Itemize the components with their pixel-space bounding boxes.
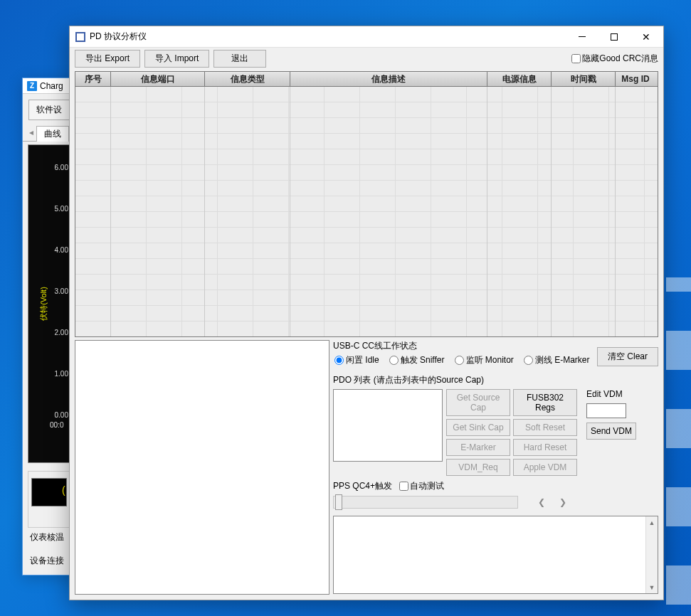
bg-tab-prev-icon[interactable]: ◂ <box>26 126 36 141</box>
get-sink-cap-button[interactable]: Get Sink Cap <box>446 419 510 436</box>
pdo-buttons: Get Source Cap FUSB302 Regs Get Sink Cap… <box>446 389 577 476</box>
bg-chart-tick: 2.00 <box>40 329 68 336</box>
minimize-button[interactable] <box>566 27 598 47</box>
radio-sniffer-label: 触发 Sniffer <box>401 354 445 366</box>
col-power[interactable]: 电源信息 <box>487 72 552 86</box>
fusb302-regs-button[interactable]: FUSB302 Regs <box>513 389 577 416</box>
cc-mode-radios: 闲置 Idle 触发 Sniffer 监听 Monitor 测线 E- <box>333 353 597 368</box>
maximize-icon <box>611 33 618 41</box>
hide-crc-checkbox[interactable] <box>571 54 581 63</box>
minimize-icon <box>579 36 586 37</box>
toolbar: 导出 Export 导入 Import 退出 隐藏Good CRC消息 <box>70 48 663 70</box>
radio-monitor[interactable]: 监听 Monitor <box>455 354 514 366</box>
table-header: 序号 信息端口 信息类型 信息描述 电源信息 时间戳 Msg ID <box>75 71 658 87</box>
cc-status-label: USB-C CC线工作状态 <box>333 340 597 352</box>
main-window: PD 协议分析仪 ✕ 导出 Export 导入 Import 退出 隐藏Good… <box>69 26 664 600</box>
detail-box[interactable] <box>75 340 329 595</box>
maximize-button[interactable] <box>598 27 630 47</box>
edit-vdm-label: Edit VDM <box>586 389 636 399</box>
col-msgid[interactable]: Msg ID <box>616 72 655 86</box>
radio-emarker-label: 测线 E-Marker <box>535 354 590 366</box>
bg-tab-curve[interactable]: 曲线 <box>36 126 69 142</box>
radio-idle-input[interactable] <box>334 356 344 365</box>
pdo-row: Get Source Cap FUSB302 Regs Get Sink Cap… <box>333 389 658 476</box>
radio-idle[interactable]: 闲置 Idle <box>334 354 379 366</box>
col-port[interactable]: 信息端口 <box>111 72 205 86</box>
edit-vdm-input[interactable] <box>586 403 626 418</box>
radio-sniffer[interactable]: 触发 Sniffer <box>389 354 445 366</box>
bg-chart-tick: 4.00 <box>40 246 68 254</box>
bg-instrument-panel <box>28 471 72 528</box>
scroll-down-icon[interactable]: ▼ <box>646 581 658 593</box>
radio-sniffer-input[interactable] <box>389 356 399 365</box>
radio-monitor-input[interactable] <box>455 356 464 365</box>
hide-crc-text: 隐藏Good CRC消息 <box>582 53 658 65</box>
bg-app-icon: Z <box>27 81 37 91</box>
get-source-cap-button[interactable]: Get Source Cap <box>446 389 510 416</box>
import-button[interactable]: 导入 Import <box>144 50 209 68</box>
col-time[interactable]: 时间戳 <box>552 72 616 86</box>
auto-test-checkbox[interactable] <box>399 482 408 491</box>
export-button[interactable]: 导出 Export <box>75 50 140 68</box>
table-body[interactable] <box>75 87 658 337</box>
close-button[interactable]: ✕ <box>630 27 662 47</box>
vdm-column: Edit VDM Send VDM <box>586 389 636 440</box>
apple-vdm-button[interactable]: Apple VDM <box>513 459 577 476</box>
send-vdm-button[interactable]: Send VDM <box>586 423 636 440</box>
emarker-button[interactable]: E-Marker <box>446 439 510 456</box>
col-seq[interactable]: 序号 <box>75 72 111 86</box>
chevron-right-icon: ❯ <box>559 497 566 507</box>
bg-instrument-display <box>31 478 67 506</box>
pps-slider[interactable] <box>333 496 518 509</box>
col-type[interactable]: 信息类型 <box>205 72 290 86</box>
exit-button[interactable]: 退出 <box>213 50 266 68</box>
log-scrollbar[interactable]: ▲ ▼ <box>645 516 658 593</box>
next-button[interactable]: ❯ <box>557 496 569 509</box>
scroll-up-icon[interactable]: ▲ <box>646 516 658 529</box>
pps-label: PPS QC4+触发 <box>333 480 392 492</box>
vdm-req-button[interactable]: VDM_Req <box>446 459 510 476</box>
col-desc[interactable]: 信息描述 <box>290 72 487 86</box>
bg-chart-xtick: 00:0 <box>50 421 63 429</box>
hide-crc-checkbox-label[interactable]: 隐藏Good CRC消息 <box>571 53 658 65</box>
bg-label-temp: 仪表核温 <box>30 531 64 543</box>
close-icon: ✕ <box>642 32 650 42</box>
auto-test-text: 自动测试 <box>410 480 444 492</box>
auto-test-checkbox-label[interactable]: 自动测试 <box>399 480 444 492</box>
pps-row: PPS QC4+触发 自动测试 <box>333 480 658 492</box>
message-table: 序号 信息端口 信息类型 信息描述 电源信息 时间戳 Msg ID <box>75 71 658 337</box>
pdo-listbox[interactable] <box>333 389 443 462</box>
hard-reset-button[interactable]: Hard Reset <box>513 439 577 456</box>
chevron-left-icon: ❮ <box>538 497 545 507</box>
pdo-label: PDO 列表 (请点击列表中的Source Cap) <box>333 374 658 386</box>
lower-pane: USB-C CC线工作状态 闲置 Idle 触发 Sniffer 监听 M <box>70 337 663 600</box>
soft-reset-button[interactable]: Soft Reset <box>513 419 577 436</box>
prev-button[interactable]: ❮ <box>535 496 548 509</box>
log-textarea[interactable] <box>334 516 645 593</box>
app-icon <box>75 32 85 42</box>
bg-settings-button[interactable]: 软件设 <box>28 100 70 120</box>
pps-slider-row: ❮ ❯ <box>333 496 658 509</box>
bg-chart-tick: 3.00 <box>40 287 68 295</box>
titlebar[interactable]: PD 协议分析仪 ✕ <box>70 26 663 48</box>
controls-pane: USB-C CC线工作状态 闲置 Idle 触发 Sniffer 监听 M <box>333 340 658 595</box>
log-box: ▲ ▼ <box>333 516 658 594</box>
bg-title: Charg <box>40 81 63 91</box>
radio-emarker-input[interactable] <box>524 356 533 365</box>
radio-monitor-label: 监听 Monitor <box>466 354 514 366</box>
bg-chart-tick: 6.00 <box>40 164 68 171</box>
window-title: PD 协议分析仪 <box>90 31 566 43</box>
bg-chart: 伏特(Volt) 6.00 5.00 4.00 3.00 2.00 1.00 0… <box>28 144 72 463</box>
radio-idle-label: 闲置 Idle <box>346 354 379 366</box>
bg-chart-tick: 0.00 <box>40 411 68 419</box>
bg-chart-tick: 5.00 <box>40 205 68 213</box>
bg-chart-tick: 1.00 <box>40 370 68 378</box>
pps-slider-thumb[interactable] <box>335 494 342 510</box>
radio-emarker[interactable]: 测线 E-Marker <box>524 354 590 366</box>
clear-button[interactable]: 清空 Clear <box>597 347 658 366</box>
bg-label-conn: 设备连接 <box>30 555 64 567</box>
